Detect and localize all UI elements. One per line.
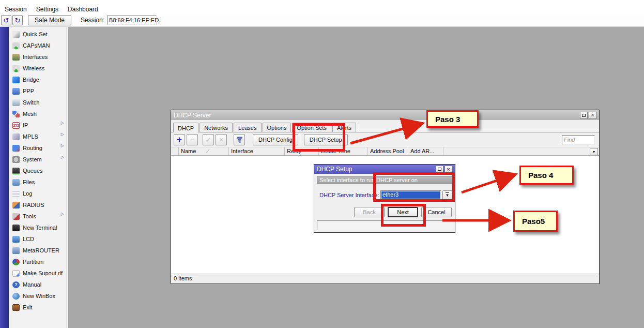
back-button: Back [354, 207, 385, 217]
sidebar-item-label: Bridge [23, 77, 39, 83]
sidebar-item-exit[interactable]: Exit ▷ [9, 302, 67, 313]
sidebar-item-label: IP [23, 122, 28, 128]
sidebar-item-wireless[interactable]: Wireless ▷ [9, 63, 67, 74]
list-column-headers: Name∕InterfaceRelayLease TimeAddress Poo… [171, 147, 599, 156]
submenu-arrow-icon: ▷ [61, 121, 64, 125]
column-dropdown-button[interactable]: ▼ [590, 148, 598, 155]
dhcp-tabs: DHCPNetworksLeasesOptionsOption SetsAler… [171, 120, 599, 132]
sidebar-item-switch[interactable]: Switch ▷ [9, 97, 67, 108]
sidebar-item-label: MPLS [23, 133, 38, 140]
menu-settings[interactable]: Settings [32, 5, 63, 14]
sidebar-item-files[interactable]: Files ▷ [9, 176, 67, 188]
submenu-arrow-icon: ▷ [61, 132, 64, 137]
sidebar-item-label: Partition [23, 259, 43, 265]
sidebar-item-quick-set[interactable]: Quick Set ▷ [9, 28, 67, 40]
sidebar-item-label: Interfaces [23, 54, 48, 60]
maximize-button[interactable] [580, 112, 588, 119]
dhcp-server-title: DHCP Server [174, 112, 579, 119]
sidebar-item-label: Log [23, 190, 32, 197]
filter-button[interactable] [234, 134, 245, 145]
highlight-rect-next-button [381, 204, 426, 227]
filter-funnel-icon [236, 137, 243, 143]
annotation-paso5-label: Paso5 [522, 217, 545, 226]
find-input[interactable] [562, 135, 595, 145]
make-supout-icon [12, 270, 20, 277]
sidebar-item-tools[interactable]: Tools ▷ [9, 211, 67, 222]
sidebar-item-partition[interactable]: Partition ▷ [9, 256, 67, 267]
safe-mode-button[interactable]: Safe Mode [28, 15, 71, 25]
maximize-icon [438, 168, 441, 171]
submenu-arrow-icon: ▷ [61, 155, 64, 159]
lcd-icon [12, 236, 20, 243]
sidebar-item-mesh[interactable]: Mesh ▷ [9, 108, 67, 120]
sidebar-item-manual[interactable]: Manual ▷ [9, 279, 67, 290]
sidebar-item-interfaces[interactable]: Interfaces ▷ [9, 51, 67, 63]
submenu-arrow-icon: ▷ [61, 143, 64, 148]
capsman-icon [12, 42, 20, 49]
sidebar-item-queues[interactable]: Queues ▷ [9, 165, 67, 176]
sidebar-item-label: Routing [23, 145, 42, 151]
tab-dhcp[interactable]: DHCP [173, 123, 198, 132]
annotation-paso4-label: Paso 4 [528, 171, 553, 180]
dhcp-config-button[interactable]: DHCP Config [253, 134, 298, 145]
system-icon [12, 156, 20, 163]
sidebar-item-radius[interactable]: RADIUS ▷ [9, 199, 67, 211]
sidebar-item-new-terminal[interactable]: New Terminal ▷ [9, 222, 67, 233]
sidebar-item-label: Mesh [23, 111, 37, 117]
column-header-interface[interactable]: Interface [229, 147, 285, 155]
sidebar-item-log[interactable]: Log ▷ [9, 188, 67, 199]
sidebar-item-capsman[interactable]: CAPsMAN ▷ [9, 40, 67, 51]
column-header-name[interactable]: Name∕ [179, 147, 229, 155]
tab-leases[interactable]: Leases [234, 123, 261, 132]
check-icon: ✓ [205, 136, 211, 144]
menu-dashboard[interactable]: Dashboard [63, 5, 103, 14]
metarouter-icon [12, 247, 20, 254]
sidebar-item-label: Tools [23, 213, 36, 219]
sidebar-item-label: RADIUS [23, 202, 44, 208]
ip-icon [12, 122, 20, 129]
sidebar-item-routing[interactable]: Routing ▷ [9, 142, 67, 154]
sidebar-item-label: Queues [23, 168, 43, 174]
sidebar-item-label: PPP [23, 88, 34, 94]
tab-networks[interactable]: Networks [200, 123, 233, 132]
dialog-maximize-button[interactable] [436, 166, 443, 173]
dialog-close-button[interactable]: × [444, 166, 452, 173]
partition-icon [12, 259, 20, 265]
mpls-icon [12, 133, 20, 140]
redo-button[interactable]: ↻ [12, 15, 23, 25]
sidebar-item-mpls[interactable]: MPLS ▷ [9, 131, 67, 142]
sidebar-item-label: Switch [23, 99, 39, 106]
sidebar-item-label: Manual [23, 281, 41, 288]
add-button[interactable]: + [174, 134, 185, 145]
sidebar-item-label: System [23, 156, 42, 162]
dhcp-window-toolbar: + − ✓ × DHCP Config DHCP Setup [171, 132, 599, 147]
sidebar-item-make-supout-rif[interactable]: Make Supout.rif ▷ [9, 267, 67, 279]
sidebar-item-metarouter[interactable]: MetaROUTER ▷ [9, 245, 67, 256]
new-terminal-icon [12, 225, 20, 231]
column-header-label: Address Pool [370, 148, 404, 154]
sidebar-item-system[interactable]: System ▷ [9, 154, 67, 165]
sidebar-item-bridge[interactable]: Bridge ▷ [9, 74, 67, 85]
tools-icon [12, 213, 20, 220]
highlight-rect-dhcp-setup [293, 123, 345, 152]
sidebar-item-ip[interactable]: IP ▷ [9, 120, 67, 131]
session-address-field[interactable]: B8:69:F4:16:EE:ED [107, 16, 157, 25]
sidebar-item-lcd[interactable]: LCD ▷ [9, 233, 67, 245]
wireless-icon [12, 65, 20, 72]
manual-icon [12, 281, 20, 288]
menu-session[interactable]: Session [0, 5, 32, 14]
dhcp-server-titlebar[interactable]: DHCP Server × [171, 110, 599, 120]
column-header-blank [171, 147, 179, 155]
tab-options[interactable]: Options [263, 123, 292, 132]
sidebar-item-ppp[interactable]: PPP ▷ [9, 85, 67, 97]
annotation-paso4: Paso 4 [519, 166, 574, 185]
close-button[interactable]: × [589, 112, 596, 119]
annotation-paso5: Paso5 [513, 211, 558, 232]
undo-button[interactable]: ↺ [1, 15, 11, 25]
mesh-icon [12, 111, 20, 117]
column-header-address-pool[interactable]: Address Pool [368, 147, 408, 155]
sidebar-item-label: New WinBox [23, 293, 55, 299]
column-header-add-ar-[interactable]: Add AR... [408, 147, 443, 155]
sidebar-item-new-winbox[interactable]: New WinBox ▷ [9, 290, 67, 302]
maximize-icon [582, 114, 586, 117]
